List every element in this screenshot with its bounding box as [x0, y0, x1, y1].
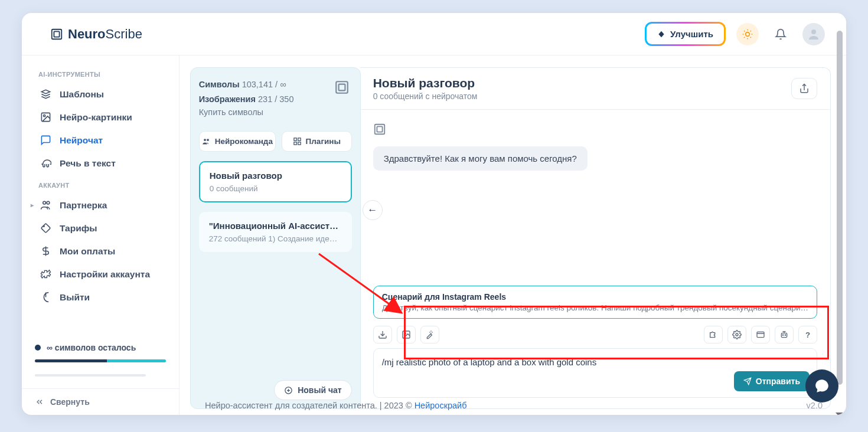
sidebar-label: Выйти	[60, 292, 90, 303]
gear-icon[interactable]	[727, 326, 746, 343]
new-chat-label: Новый чат	[298, 385, 342, 395]
scenario-title: Сценарий для Instagram Reels	[382, 292, 808, 302]
conversation-sub: 0 сообщений	[210, 184, 341, 193]
neuroteam-button[interactable]: Нейрокоманда	[199, 131, 276, 152]
wand-icon[interactable]	[420, 326, 439, 343]
scenario-pill[interactable]: Сценарий для Instagram Reels Действуй, к…	[373, 286, 817, 319]
bot-message: Здравствуйте! Как я могу вам помочь сего…	[373, 146, 588, 171]
sidebar-item-settings[interactable]: Настройки аккаунта	[22, 263, 179, 286]
sidebar-label: Речь в текст	[60, 158, 116, 169]
support-chat-fab[interactable]	[805, 369, 838, 402]
topbar: NeuroScribe Улучшить	[22, 13, 846, 55]
help-icon[interactable]: ?	[798, 326, 817, 343]
image-icon[interactable]	[397, 326, 416, 343]
symbols-stat: Символы 103,141 / ∞	[199, 77, 352, 92]
svg-rect-16	[298, 142, 300, 145]
sidebar-label: Настройки аккаунта	[60, 269, 150, 280]
sidebar-label: Нейро-картинки	[60, 112, 132, 123]
scenario-text: Действуй, как опытный сценарист instagra…	[382, 303, 808, 312]
upgrade-label: Улучшить	[670, 29, 713, 39]
sidebar-item-logout[interactable]: Выйти	[22, 286, 179, 309]
collapse-label: Свернуть	[50, 397, 90, 407]
symbols-remaining: ∞ символов осталось	[35, 343, 166, 352]
sidebar-section-tools: AI-ИНСТРУМЕНТЫ	[22, 64, 179, 83]
status-dot-icon	[35, 345, 41, 351]
svg-point-25	[782, 335, 783, 335]
chat-input-area: Отправить	[373, 348, 817, 398]
send-button[interactable]: Отправить	[734, 371, 810, 391]
neuroteam-label: Нейрокоманда	[215, 137, 273, 146]
svg-rect-14	[298, 138, 300, 140]
svg-point-11	[204, 139, 206, 141]
sidebar-label: Партнерка	[60, 200, 107, 211]
chat-panel: Новый разговор 0 сообщений с нейрочатом …	[360, 67, 831, 409]
svg-point-7	[47, 201, 50, 204]
panel-logo-icon	[334, 80, 350, 97]
sidebar-item-payments[interactable]: Мои оплаты	[22, 240, 179, 263]
share-button[interactable]	[791, 78, 817, 99]
conversations-panel: Символы 103,141 / ∞ Изображения 231 / 35…	[190, 67, 361, 409]
sidebar: AI-ИНСТРУМЕНТЫ Шаблоны Нейро-картинки Не…	[22, 55, 180, 415]
svg-point-26	[785, 335, 785, 335]
plugins-button[interactable]: Плагины	[282, 131, 352, 152]
footer-link[interactable]: Нейроскрайб	[415, 401, 467, 410]
logo[interactable]: NeuroScribe	[50, 27, 142, 42]
puzzle-icon[interactable]	[704, 326, 723, 343]
avatar[interactable]	[802, 23, 825, 45]
svg-point-22	[736, 333, 738, 336]
robot-icon[interactable]	[775, 326, 794, 343]
upgrade-button[interactable]: Улучшить	[647, 24, 724, 44]
svg-point-3	[811, 30, 816, 34]
svg-point-21	[404, 333, 406, 335]
sidebar-label: Тарифы	[60, 223, 97, 234]
buy-symbols-link[interactable]: Купить символы	[199, 107, 352, 117]
theme-toggle-button[interactable]	[736, 23, 759, 45]
download-icon[interactable]	[373, 326, 392, 343]
sidebar-item-speech[interactable]: Речь в текст	[22, 152, 179, 175]
footer: Нейро-ассистент для создателей контента.…	[205, 401, 467, 410]
sidebar-item-partner[interactable]: Партнерка	[22, 194, 179, 217]
svg-point-5	[44, 115, 45, 117]
logo-text-light: Scribe	[106, 27, 142, 41]
svg-rect-19	[377, 126, 382, 132]
usage-bar-secondary	[35, 374, 146, 377]
sidebar-item-neuro-images[interactable]: Нейро-картинки	[22, 106, 179, 129]
chat-input[interactable]	[382, 357, 808, 367]
svg-point-6	[43, 201, 46, 204]
svg-point-8	[44, 226, 45, 227]
logo-text-bold: Neuro	[68, 27, 106, 41]
svg-rect-1	[54, 31, 59, 37]
message-icon[interactable]	[751, 326, 770, 343]
conversation-card-active[interactable]: Новый разговор 0 сообщений	[199, 161, 352, 202]
send-label: Отправить	[756, 377, 800, 386]
conversation-card[interactable]: "Инновационный AI-ассист… 272 сообщений …	[199, 212, 352, 252]
sidebar-item-templates[interactable]: Шаблоны	[22, 83, 179, 106]
sidebar-label: Мои оплаты	[60, 246, 115, 257]
new-chat-button[interactable]: Новый чат	[274, 380, 352, 400]
svg-rect-13	[293, 138, 296, 140]
sidebar-item-tariffs[interactable]: Тарифы	[22, 217, 179, 240]
conversation-sub: 272 сообщений 1) Создание идей дл…	[209, 234, 342, 243]
status-text: ∞ символов осталось	[47, 343, 136, 352]
app-frame: NeuroScribe Улучшить AI-ИНСТРУМЕНТЫ	[22, 13, 846, 415]
sidebar-section-account: АККАУНТ	[22, 175, 179, 194]
usage-bar	[35, 359, 166, 362]
chat-title: Новый разговор	[373, 76, 478, 90]
conversation-title: Новый разговор	[210, 171, 341, 181]
main: Символы 103,141 / ∞ Изображения 231 / 35…	[180, 55, 846, 415]
svg-point-12	[207, 139, 209, 141]
collapse-panel-button[interactable]: ←	[363, 200, 383, 220]
sidebar-label: Шаблоны	[60, 89, 104, 100]
sidebar-item-neurochat[interactable]: Нейрочат	[22, 129, 179, 152]
sidebar-label: Нейрочат	[60, 135, 103, 146]
collapse-sidebar-button[interactable]: Свернуть	[22, 388, 179, 415]
svg-rect-0	[52, 29, 62, 39]
bot-avatar-icon	[373, 123, 817, 138]
plugins-label: Плагины	[306, 137, 341, 146]
notifications-button[interactable]	[769, 23, 792, 45]
conversation-title: "Инновационный AI-ассист…	[209, 221, 342, 231]
svg-rect-18	[374, 125, 384, 135]
images-stat: Изображения 231 / 350	[199, 92, 352, 107]
svg-rect-23	[757, 332, 764, 337]
chat-subtitle: 0 сообщений с нейрочатом	[373, 91, 478, 101]
